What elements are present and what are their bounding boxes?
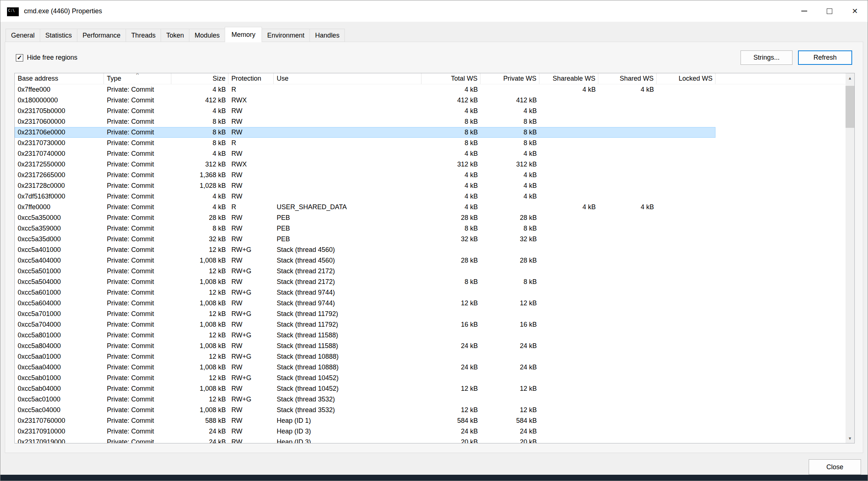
cell-protection: RW+G: [228, 287, 274, 298]
tab-environment[interactable]: Environment: [262, 29, 310, 42]
cell-total-ws: [421, 287, 480, 298]
table-row[interactable]: 0x23170919000Private: Commit24 kBRWHeap …: [15, 437, 715, 443]
table-row[interactable]: 0x23172550000Private: Commit312 kBRWX312…: [15, 159, 715, 170]
minimize-button[interactable]: [791, 0, 817, 22]
cell-use: [274, 180, 421, 191]
table-row[interactable]: 0x231728c0000Private: Commit1,028 kBRW4 …: [15, 180, 715, 191]
scroll-down-button[interactable]: ▼: [846, 433, 854, 443]
table-row[interactable]: 0x23170740000Private: Commit4 kBRW4 kB4 …: [15, 148, 715, 159]
cell-shared-ws: [598, 330, 657, 341]
scroll-up-button[interactable]: ▲: [846, 73, 854, 83]
tab-token[interactable]: Token: [161, 29, 189, 42]
cell-base-address: 0x180000000: [15, 95, 104, 106]
column-header-protection[interactable]: Protection: [228, 73, 274, 84]
cell-type: Private: Commit: [104, 351, 171, 362]
table-row[interactable]: 0xcc5ac01000Private: Commit12 kBRW+GStac…: [15, 394, 715, 405]
maximize-button[interactable]: [817, 0, 842, 22]
table-row[interactable]: 0xcc5a604000Private: Commit1,008 kBRWSta…: [15, 298, 715, 309]
table-row[interactable]: 0xcc5a701000Private: Commit12 kBRW+GStac…: [15, 309, 715, 319]
hide-free-regions-checkbox[interactable]: ✓ Hide free regions: [16, 54, 77, 62]
cell-protection: RW: [228, 234, 274, 245]
tab-general[interactable]: General: [6, 29, 40, 42]
column-header-base-address[interactable]: Base address: [15, 73, 104, 84]
cell-size: 1,368 kB: [171, 170, 228, 180]
table-row[interactable]: 0x23170910000Private: Commit24 kBRWHeap …: [15, 426, 715, 437]
cell-base-address: 0x23172550000: [15, 159, 104, 170]
tab-handles[interactable]: Handles: [309, 29, 345, 42]
hide-free-regions-label: Hide free regions: [27, 54, 77, 62]
table-row[interactable]: 0x23172665000Private: Commit1,368 kBRW4 …: [15, 170, 715, 180]
tab-statistics[interactable]: Statistics: [40, 29, 77, 42]
column-header-shared-ws[interactable]: Shared WS: [598, 73, 657, 84]
cell-shared-ws: [598, 138, 657, 148]
table-row[interactable]: 0xcc5a601000Private: Commit12 kBRW+GStac…: [15, 287, 715, 298]
table-row[interactable]: 0xcc5a359000Private: Commit8 kBRWPEB8 kB…: [15, 223, 715, 234]
refresh-button[interactable]: Refresh: [798, 50, 852, 65]
cell-shareable-ws: [539, 298, 598, 309]
table-row[interactable]: 0x7df5163f0000Private: Commit4 kBRW4 kB4…: [15, 191, 715, 202]
cell-base-address: 0xcc5ab04000: [15, 383, 104, 394]
table-row[interactable]: 0xcc5a350000Private: Commit28 kBRWPEB28 …: [15, 213, 715, 223]
table-row[interactable]: 0xcc5a401000Private: Commit12 kBRW+GStac…: [15, 245, 715, 255]
cell-shared-ws: 4 kB: [598, 202, 657, 213]
cell-use: [274, 84, 421, 95]
cell-protection: RW+G: [228, 373, 274, 383]
checkbox-box[interactable]: ✓: [16, 54, 23, 62]
cell-private-ws: 4 kB: [480, 106, 539, 116]
table-row[interactable]: 0xcc5a504000Private: Commit1,008 kBRWSta…: [15, 277, 715, 287]
cell-shareable-ws: [539, 394, 598, 405]
close-window-button[interactable]: ✕: [842, 0, 868, 22]
cell-type: Private: Commit: [104, 245, 171, 255]
table-row[interactable]: 0x180000000Private: Commit412 kBRWX412 k…: [15, 95, 715, 106]
cell-use: Stack (thread 10452): [274, 373, 421, 383]
table-row[interactable]: 0x23170600000Private: Commit8 kBRW8 kB8 …: [15, 116, 715, 127]
table-row[interactable]: 0xcc5ac04000Private: Commit1,008 kBRWSta…: [15, 405, 715, 415]
cell-use: [274, 159, 421, 170]
tab-modules[interactable]: Modules: [189, 29, 225, 42]
cell-type: Private: Commit: [104, 116, 171, 127]
table-row[interactable]: 0xcc5aa04000Private: Commit1,008 kBRWSta…: [15, 362, 715, 373]
close-button[interactable]: Close: [809, 459, 861, 475]
cell-locked-ws: [657, 287, 715, 298]
table-row[interactable]: 0xcc5a35d000Private: Commit32 kBRWPEB32 …: [15, 234, 715, 245]
cell-protection: RW: [228, 223, 274, 234]
cell-base-address: 0xcc5a501000: [15, 266, 104, 277]
scroll-thumb[interactable]: [846, 86, 854, 128]
column-header-shareable-ws[interactable]: Shareable WS: [539, 73, 598, 84]
column-header-size[interactable]: Size: [171, 73, 228, 84]
strings-button[interactable]: Strings...: [741, 50, 792, 65]
column-header-locked-ws[interactable]: Locked WS: [657, 73, 715, 84]
table-row[interactable]: 0xcc5a404000Private: Commit1,008 kBRWSta…: [15, 255, 715, 266]
cell-type: Private: Commit: [104, 159, 171, 170]
table-row[interactable]: 0x231706e0000Private: Commit8 kBRW8 kB8 …: [15, 127, 715, 138]
table-row[interactable]: 0x7ffee000Private: Commit4 kBR4 kB4 kB4 …: [15, 84, 715, 95]
column-header-private-ws[interactable]: Private WS: [480, 73, 539, 84]
table-row[interactable]: 0xcc5a801000Private: Commit12 kBRW+GStac…: [15, 330, 715, 341]
cell-locked-ws: [657, 223, 715, 234]
table-row[interactable]: 0xcc5a704000Private: Commit1,008 kBRWSta…: [15, 319, 715, 330]
tab-performance[interactable]: Performance: [77, 29, 126, 42]
cell-type: Private: Commit: [104, 309, 171, 319]
cell-size: 12 kB: [171, 287, 228, 298]
column-header-use[interactable]: Use: [274, 73, 421, 84]
table-row[interactable]: 0x23170730000Private: Commit8 kBR8 kB8 k…: [15, 138, 715, 148]
cell-use: Stack (thread 10888): [274, 351, 421, 362]
table-row[interactable]: 0x7ffe0000Private: Commit4 kBRUSER_SHARE…: [15, 202, 715, 213]
tab-threads[interactable]: Threads: [126, 29, 161, 42]
table-row[interactable]: 0xcc5aa01000Private: Commit12 kBRW+GStac…: [15, 351, 715, 362]
table-row[interactable]: 0xcc5a501000Private: Commit12 kBRW+GStac…: [15, 266, 715, 277]
cell-size: 12 kB: [171, 373, 228, 383]
table-row[interactable]: 0x231705b0000Private: Commit4 kBRW4 kB4 …: [15, 106, 715, 116]
table-row[interactable]: 0xcc5ab01000Private: Commit12 kBRW+GStac…: [15, 373, 715, 383]
tab-memory[interactable]: Memory: [225, 27, 262, 42]
table-row[interactable]: 0x23170760000Private: Commit588 kBRWHeap…: [15, 415, 715, 426]
cell-type: Private: Commit: [104, 127, 171, 138]
cell-total-ws: [421, 373, 480, 383]
vertical-scrollbar[interactable]: ▲ ▼: [846, 73, 854, 443]
cell-type: Private: Commit: [104, 415, 171, 426]
column-header-total-ws[interactable]: Total WS: [421, 73, 480, 84]
table-row[interactable]: 0xcc5a804000Private: Commit1,008 kBRWSta…: [15, 341, 715, 351]
column-header-type[interactable]: Type^: [104, 73, 171, 84]
table-row[interactable]: 0xcc5ab04000Private: Commit1,008 kBRWSta…: [15, 383, 715, 394]
cell-shared-ws: 4 kB: [598, 84, 657, 95]
